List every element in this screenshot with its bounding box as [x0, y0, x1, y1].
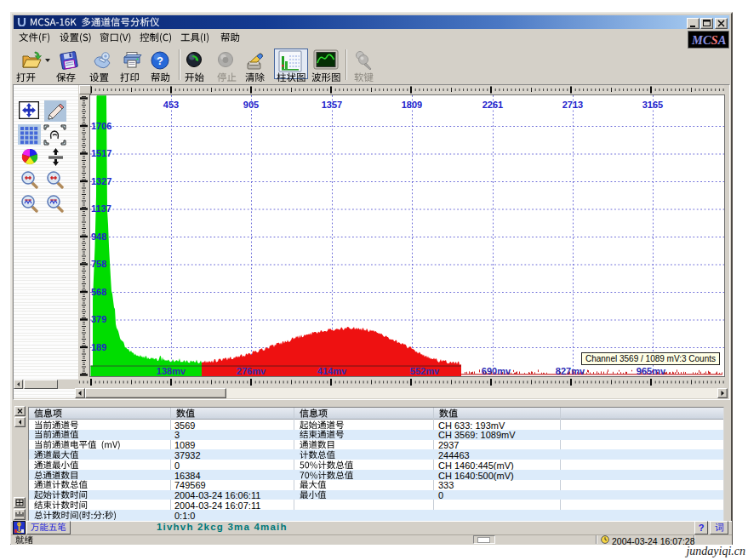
svg-text:?: ?: [157, 54, 163, 67]
